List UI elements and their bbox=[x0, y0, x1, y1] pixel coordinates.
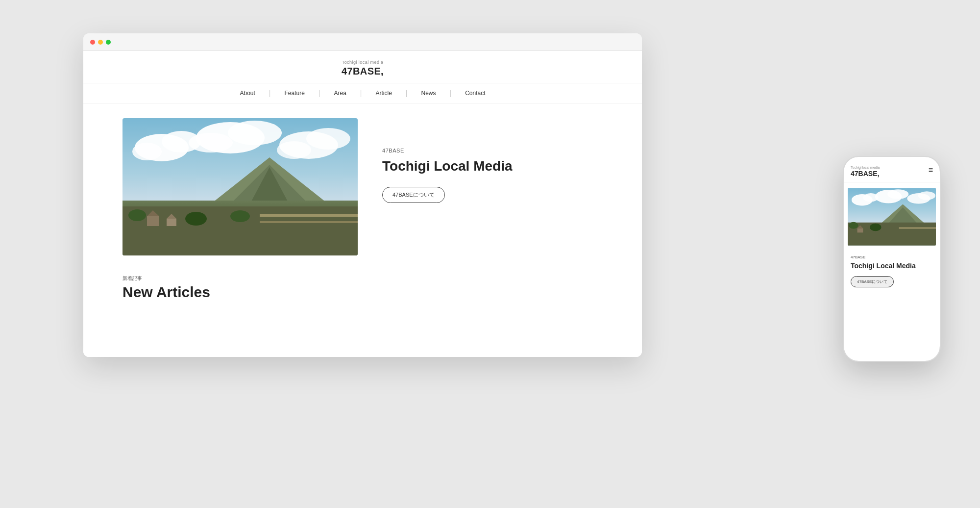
svg-point-23 bbox=[230, 210, 250, 222]
hamburger-icon[interactable]: ≡ bbox=[929, 166, 933, 175]
svg-rect-37 bbox=[858, 228, 863, 232]
site-tagline: Tochigi local media bbox=[83, 60, 642, 65]
svg-point-21 bbox=[128, 209, 146, 221]
desktop-browser: Tochigi local media 47BASE, About | Feat… bbox=[83, 33, 642, 357]
minimize-button[interactable] bbox=[98, 40, 103, 45]
hero-subtitle: 47BASE bbox=[382, 148, 603, 153]
mobile-content: 47BASE Tochigi Local Media 47BASEについて bbox=[844, 251, 940, 291]
browser-content: Tochigi local media 47BASE, About | Feat… bbox=[83, 51, 642, 357]
nav-feature[interactable]: Feature bbox=[271, 90, 318, 97]
hero-title: Tochigi Local Media bbox=[382, 157, 603, 175]
svg-point-9 bbox=[277, 141, 311, 159]
hero-image bbox=[122, 118, 358, 255]
nav-area[interactable]: Area bbox=[320, 90, 360, 97]
svg-rect-19 bbox=[167, 219, 176, 226]
mobile-subtitle: 47BASE bbox=[851, 255, 933, 259]
website: Tochigi local media 47BASE, About | Feat… bbox=[83, 51, 642, 357]
site-header: Tochigi local media 47BASE, bbox=[83, 51, 642, 83]
maximize-button[interactable] bbox=[106, 40, 111, 45]
svg-point-6 bbox=[189, 133, 233, 152]
svg-point-36 bbox=[870, 224, 881, 231]
svg-rect-16 bbox=[260, 221, 358, 223]
browser-chrome bbox=[83, 33, 642, 51]
mobile-mockup: Tochigi local media 47BASE, ≡ bbox=[843, 156, 941, 362]
scene: Tochigi local media 47BASE, About | Feat… bbox=[24, 19, 956, 489]
svg-rect-17 bbox=[147, 216, 159, 226]
site-logo: 47BASE, bbox=[83, 66, 642, 77]
hero-cta-button[interactable]: 47BASEについて bbox=[382, 187, 445, 203]
svg-rect-33 bbox=[848, 223, 936, 246]
site-nav: About | Feature | Area | Article | News … bbox=[83, 83, 642, 103]
close-button[interactable] bbox=[90, 40, 95, 45]
mobile-header: Tochigi local media 47BASE, ≡ bbox=[844, 157, 940, 182]
mobile-logo: 47BASE, bbox=[851, 170, 879, 178]
mobile-hero-image bbox=[848, 187, 936, 246]
mobile-logo-area: Tochigi local media 47BASE, bbox=[851, 166, 880, 178]
svg-point-22 bbox=[185, 212, 207, 226]
nav-article[interactable]: Article bbox=[362, 90, 406, 97]
svg-rect-34 bbox=[899, 228, 936, 229]
svg-rect-15 bbox=[260, 214, 358, 217]
svg-point-5 bbox=[228, 121, 282, 145]
new-articles-title: New Articles bbox=[122, 284, 603, 301]
svg-point-3 bbox=[132, 143, 162, 160]
mobile-tagline: Tochigi local media bbox=[851, 166, 880, 169]
hero-text: 47BASE Tochigi Local Media 47BASEについて bbox=[382, 118, 603, 203]
mobile-title: Tochigi Local Media bbox=[851, 261, 933, 270]
svg-point-30 bbox=[918, 191, 935, 200]
nav-about[interactable]: About bbox=[226, 90, 269, 97]
mobile-cta-button[interactable]: 47BASEについて bbox=[851, 276, 894, 287]
mobile-screen: Tochigi local media 47BASE, ≡ bbox=[844, 157, 940, 361]
nav-news[interactable]: News bbox=[407, 90, 449, 97]
new-articles-section: 新着記事 New Articles bbox=[83, 265, 642, 301]
nav-contact[interactable]: Contact bbox=[451, 90, 499, 97]
svg-point-28 bbox=[887, 189, 908, 199]
svg-point-35 bbox=[849, 222, 858, 229]
new-articles-label: 新着記事 bbox=[122, 275, 603, 282]
hero-section: 47BASE Tochigi Local Media 47BASEについて bbox=[83, 103, 642, 265]
svg-point-8 bbox=[306, 128, 350, 150]
